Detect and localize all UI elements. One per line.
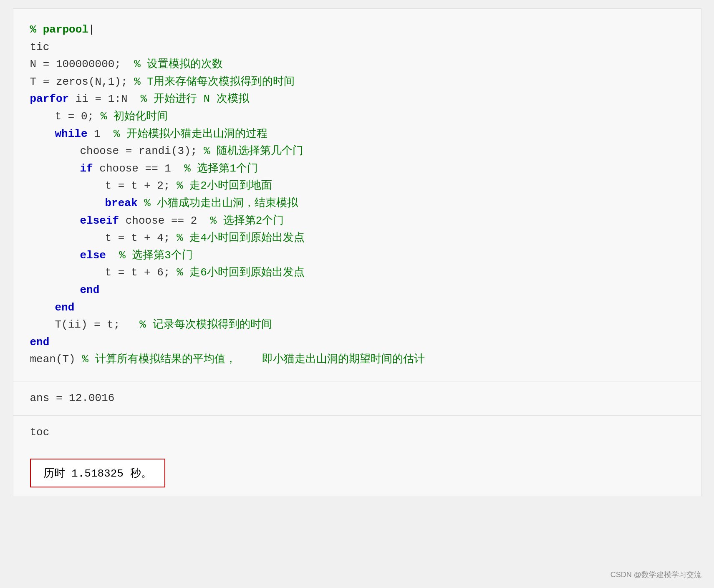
code-line-1: % parpool| bbox=[30, 21, 684, 39]
else-keyword: else bbox=[80, 249, 106, 262]
code-line-10: t = t + 2; % 走2小时回到地面 bbox=[30, 177, 684, 195]
code-line-18: T(ii) = t; % 记录每次模拟得到的时间 bbox=[30, 316, 684, 334]
t-init: t = 0; bbox=[55, 110, 94, 123]
t-plus2-comment: % 走2小时回到地面 bbox=[170, 179, 272, 192]
code-line-19: end bbox=[30, 334, 684, 351]
while-comment: % 开始模拟小猫走出山洞的过程 bbox=[114, 128, 267, 140]
tii-assign: T(ii) = t; bbox=[55, 318, 133, 331]
code-line-6: t = 0; % 初始化时间 bbox=[30, 108, 684, 126]
ans-output: ans = 12.0016 bbox=[30, 392, 115, 404]
code-line-17: end bbox=[30, 299, 684, 317]
code-line-5: parfor ii = 1:N % 开始进行 N 次模拟 bbox=[30, 91, 684, 108]
if-comment: % 选择第1个门 bbox=[184, 162, 258, 175]
elseif-cond: choose == 2 bbox=[119, 215, 210, 227]
code-block: % parpool| tic N = 100000000; % 设置模拟的次数 … bbox=[13, 8, 701, 381]
code-line-15: t = t + 6; % 走6小时回到原始出发点 bbox=[30, 264, 684, 282]
tic-keyword: tic bbox=[30, 41, 50, 53]
tii-comment: % 记录每次模拟得到的时间 bbox=[133, 318, 272, 331]
code-line-20: mean(T) % 计算所有模拟结果的平均值， 即小猫走出山洞的期望时间的估计 bbox=[30, 351, 684, 368]
code-line-12: elseif choose == 2 % 选择第2个门 bbox=[30, 212, 684, 230]
choose-comment: % 随机选择第几个门 bbox=[197, 145, 303, 157]
parfor-expr: ii = 1:N bbox=[69, 93, 141, 105]
while-end-keyword: end bbox=[55, 301, 75, 314]
toc-block: toc bbox=[13, 416, 701, 450]
footer-text: CSDN @数学建模学习交流 bbox=[611, 570, 701, 580]
output-block: ans = 12.0016 bbox=[13, 381, 701, 416]
n-comment: % 设置模拟的次数 bbox=[121, 58, 223, 71]
code-line-14: else % 选择第3个门 bbox=[30, 247, 684, 265]
code-line-8: choose = randi(3); % 随机选择第几个门 bbox=[30, 143, 684, 160]
else-space bbox=[106, 249, 119, 262]
cursor: | bbox=[88, 23, 95, 36]
code-line-2: tic bbox=[30, 39, 684, 56]
parfor-end-keyword: end bbox=[30, 336, 50, 348]
break-keyword: break bbox=[105, 197, 138, 209]
t-plus4-comment: % 走4小时回到原始出发点 bbox=[170, 232, 305, 244]
inner-end-keyword: end bbox=[80, 284, 100, 296]
code-line-3: N = 100000000; % 设置模拟的次数 bbox=[30, 56, 684, 73]
code-line-9: if choose == 1 % 选择第1个门 bbox=[30, 160, 684, 178]
t-plus2: t = t + 2; bbox=[105, 179, 170, 192]
code-line-16: end bbox=[30, 282, 684, 299]
elseif-comment: % 选择第2个门 bbox=[210, 215, 284, 227]
code-line-13: t = t + 4; % 走4小时回到原始出发点 bbox=[30, 230, 684, 247]
elseif-keyword: elseif bbox=[80, 215, 119, 227]
n-assignment: N = 100000000; bbox=[30, 58, 121, 71]
code-line-4: T = zeros(N,1); % T用来存储每次模拟得到的时间 bbox=[30, 73, 684, 91]
result-text: 历时 1.518325 秒。 bbox=[43, 467, 152, 480]
result-block: 历时 1.518325 秒。 bbox=[30, 459, 165, 487]
t-plus6: t = t + 6; bbox=[105, 266, 170, 279]
code-line-11: break % 小猫成功走出山洞，结束模拟 bbox=[30, 195, 684, 212]
while-cond: 1 bbox=[88, 128, 114, 140]
else-comment: % 选择第3个门 bbox=[119, 249, 193, 262]
t-plus6-comment: % 走6小时回到原始出发点 bbox=[170, 266, 305, 279]
break-comment: % 小猫成功走出山洞，结束模拟 bbox=[144, 197, 298, 209]
if-cond: choose == 1 bbox=[93, 162, 184, 175]
t-assignment: T = zeros(N,1); bbox=[30, 76, 128, 88]
if-keyword: if bbox=[80, 162, 93, 175]
mean-comment: % 计算所有模拟结果的平均值， 即小猫走出山洞的期望时间的估计 bbox=[76, 353, 425, 366]
t-init-comment: % 初始化时间 bbox=[94, 110, 168, 123]
while-keyword: while bbox=[55, 128, 88, 140]
t-plus4: t = t + 4; bbox=[105, 232, 170, 244]
code-line-7: while 1 % 开始模拟小猫走出山洞的过程 bbox=[30, 126, 684, 143]
parfor-keyword: parfor bbox=[30, 93, 69, 105]
mean-call: mean(T) bbox=[30, 353, 76, 366]
break-space bbox=[138, 197, 144, 209]
result-wrapper: 历时 1.518325 秒。 bbox=[13, 450, 701, 496]
toc-label: toc bbox=[30, 426, 50, 439]
main-container: % parpool| tic N = 100000000; % 设置模拟的次数 … bbox=[13, 8, 701, 496]
choose-assign: choose = randi(3); bbox=[80, 145, 197, 157]
t-comment: % T用来存储每次模拟得到的时间 bbox=[128, 76, 295, 88]
parfor-comment: % 开始进行 N 次模拟 bbox=[141, 93, 249, 105]
parpool-prompt: % parpool bbox=[30, 23, 88, 36]
